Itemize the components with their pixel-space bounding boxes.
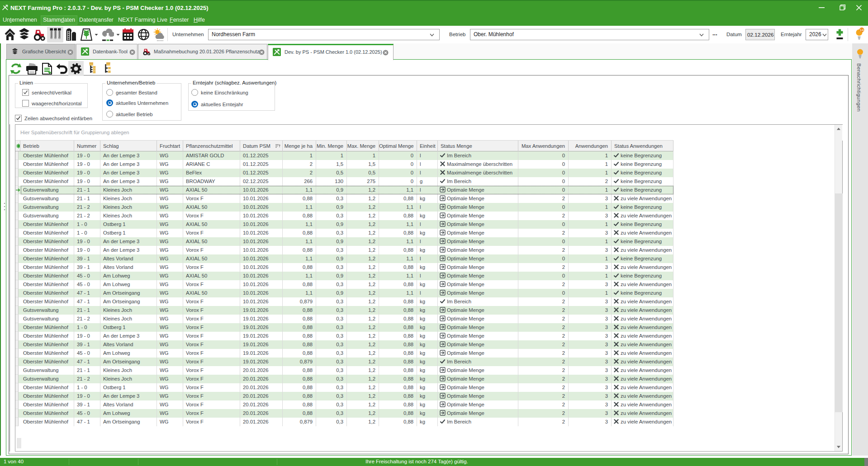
- svg-text:14: 14: [860, 28, 864, 32]
